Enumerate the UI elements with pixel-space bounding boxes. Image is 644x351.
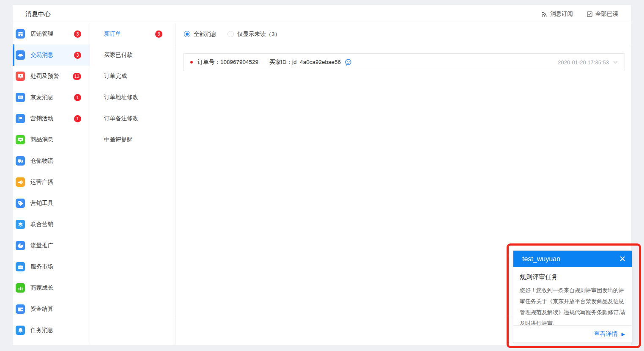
pie-chart-icon: [16, 241, 25, 250]
unread-count-badge: 1: [74, 115, 81, 122]
submenu-item-新订单[interactable]: 新订单3: [90, 23, 175, 44]
unread-dot: [190, 61, 193, 64]
store-icon: [16, 29, 25, 39]
sidebar-item-店铺管理[interactable]: 店铺管理3: [13, 23, 90, 44]
sidebar-item-label: 资金结算: [30, 305, 53, 313]
sidebar-item-label: 服务市场: [30, 263, 53, 271]
radio-unselected-icon: [227, 31, 234, 37]
sidebar-item-label: 店铺管理: [30, 30, 53, 38]
penalty-alert-icon: [16, 72, 25, 81]
briefcase-icon: [16, 262, 25, 271]
unread-count-badge: 3: [74, 30, 81, 38]
close-icon[interactable]: ✕: [619, 255, 626, 263]
filter-bar: 全部消息 仅显示未读（3）: [175, 23, 631, 45]
handshake-icon: [16, 50, 25, 60]
sidebar-item-仓储物流[interactable]: 仓储物流: [13, 150, 90, 171]
submenu-item-label: 中差评提醒: [104, 136, 133, 144]
message-row[interactable]: 订单号：108967904529买家ID：jd_4a0ca92ebae56202…: [183, 53, 625, 71]
submenu-item-label: 订单完成: [104, 72, 127, 80]
submenu-item-label: 新订单: [104, 30, 121, 38]
submenu-item-label: 订单备注修改: [104, 115, 138, 122]
header-actions: 消息订阅 全部已读: [541, 10, 618, 18]
popup-sender: test_wuyuan: [522, 255, 560, 263]
sidebar-item-商家成长[interactable]: 商家成长: [13, 277, 90, 298]
unread-count-badge: 13: [73, 73, 81, 80]
jingmai-chat-icon: Jm: [16, 93, 25, 102]
sidebar-item-流量推广[interactable]: 流量推广: [13, 235, 90, 256]
sidebar-item-label: 任务消息: [30, 326, 53, 334]
submenu-item-label: 订单地址修改: [104, 94, 138, 101]
sidebar-item-label: 营销工具: [30, 199, 53, 207]
sidebar-item-label: 处罚及预警: [30, 72, 59, 80]
popup-footer: 查看详情 ▶: [513, 325, 632, 343]
submenu-item-订单地址修改[interactable]: 订单地址修改: [90, 87, 175, 108]
popup-body: 规则评审任务 您好！您收到一条来自规则评审团发出的评审任务关于《京东开放平台禁发…: [513, 267, 632, 329]
unread-count-badge: 3: [74, 52, 81, 59]
truck-icon: [16, 156, 25, 166]
sidebar-item-label: 运营广播: [30, 178, 53, 186]
submenu-item-label: 买家已付款: [104, 51, 133, 59]
chevron-down-icon[interactable]: [613, 61, 618, 64]
notification-popup: test_wuyuan ✕ 规则评审任务 您好！您收到一条来自规则评审团发出的评…: [513, 250, 632, 343]
popup-header: test_wuyuan ✕: [513, 251, 632, 267]
sidebar-item-营销活动[interactable]: 营销活动1: [13, 108, 90, 129]
submenu-item-订单备注修改[interactable]: 订单备注修改: [90, 108, 175, 129]
sidebar-item-label: 商品消息: [30, 136, 53, 144]
mark-all-read-button[interactable]: 全部已读: [586, 10, 618, 18]
mark-all-read-label: 全部已读: [595, 10, 618, 18]
dongdong-chat-icon[interactable]: [344, 58, 352, 66]
sidebar-item-运营广播[interactable]: 运营广播: [13, 171, 90, 193]
sidebar-item-label: 商家成长: [30, 284, 53, 292]
sidebar-item-任务消息[interactable]: 任务消息: [13, 320, 90, 341]
app-header: 消息中心 消息订阅 全部已: [13, 5, 631, 23]
order-number-text: 订单号：108967904529: [197, 58, 258, 66]
checkbox-icon: [586, 11, 593, 17]
selected-accent-bar: [13, 44, 14, 66]
comment-icon: [16, 135, 25, 144]
radio-selected-icon: [184, 31, 190, 37]
message-list: 订单号：108967904529买家ID：jd_4a0ca92ebae56202…: [175, 45, 631, 71]
sidebar-item-label: 仓储物流: [30, 157, 53, 165]
sidebar-item-资金结算[interactable]: 资金结算: [13, 298, 90, 320]
bar-chart-icon: [16, 283, 25, 293]
sidebar-item-处罚及预警[interactable]: 处罚及预警13: [13, 66, 90, 87]
sidebar-item-商品消息[interactable]: 商品消息: [13, 129, 90, 150]
filter-unread-only-label: 仅显示未读（3）: [237, 30, 280, 38]
subscribe-button[interactable]: 消息订阅: [541, 10, 573, 18]
bell-icon: [16, 326, 25, 335]
sidebar-item-京麦消息[interactable]: Jm京麦消息1: [13, 87, 90, 108]
view-details-label: 查看详情: [594, 330, 618, 338]
view-details-link[interactable]: 查看详情 ▶: [594, 330, 625, 338]
subscribe-label: 消息订阅: [550, 10, 573, 18]
unread-count-badge: 3: [155, 30, 162, 38]
sidebar-item-label: 交易消息: [30, 51, 53, 59]
submenu-item-订单完成[interactable]: 订单完成: [90, 66, 175, 87]
category-sidebar: 店铺管理3交易消息3处罚及预警13Jm京麦消息1营销活动1商品消息仓储物流运营广…: [13, 23, 90, 345]
submenu-item-中差评提醒[interactable]: 中差评提醒: [90, 129, 175, 150]
layers-icon: [16, 220, 25, 229]
filter-all-messages-label: 全部消息: [194, 30, 216, 38]
page: { "app": { "title": "消息中心" }, "header": …: [0, 0, 644, 351]
flag-icon: [16, 114, 25, 123]
svg-text:Jm: Jm: [19, 96, 22, 98]
message-timestamp: 2020-01-20 17:35:53: [558, 59, 609, 66]
subcategory-menu: 新订单3买家已付款订单完成订单地址修改订单备注修改中差评提醒: [90, 23, 175, 345]
buyer-id-text: 买家ID：jd_4a0ca92ebae56: [269, 58, 341, 66]
page-title: 消息中心: [25, 10, 51, 18]
broadcast-icon: [16, 177, 25, 187]
play-arrow-icon: ▶: [622, 332, 625, 337]
sidebar-item-label: 联合营销: [30, 221, 53, 228]
filter-all-messages-radio[interactable]: 全部消息: [184, 30, 216, 38]
wallet-icon: [16, 304, 25, 314]
sidebar-item-营销工具[interactable]: 营销工具: [13, 193, 90, 214]
popup-message-text: 您好！您收到一条来自规则评审团发出的评审任务关于《京东开放平台禁发商品及信息管理…: [520, 285, 626, 329]
filter-unread-only-radio[interactable]: 仅显示未读（3）: [227, 30, 280, 38]
submenu-item-买家已付款[interactable]: 买家已付款: [90, 44, 175, 66]
popup-subject: 规则评审任务: [520, 273, 626, 281]
sidebar-item-label: 营销活动: [30, 115, 53, 122]
sidebar-item-服务市场[interactable]: 服务市场: [13, 256, 90, 277]
tag-icon: [16, 199, 25, 208]
sidebar-item-交易消息[interactable]: 交易消息3: [13, 44, 90, 66]
rss-icon: [541, 11, 548, 17]
sidebar-item-联合营销[interactable]: 联合营销: [13, 214, 90, 235]
